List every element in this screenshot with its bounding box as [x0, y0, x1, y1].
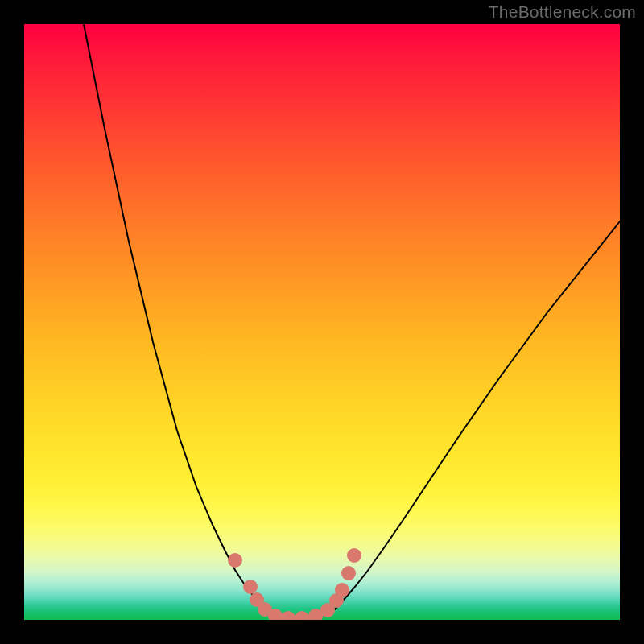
- dot: [341, 566, 356, 580]
- base-dots-group: [228, 548, 361, 620]
- curve-left-branch: [84, 24, 266, 609]
- dot: [295, 611, 309, 620]
- curve-right-branch: [335, 221, 620, 609]
- dot: [281, 611, 295, 620]
- dot: [243, 580, 258, 594]
- plot-area: [24, 24, 620, 620]
- dot: [335, 583, 349, 597]
- dot: [228, 553, 242, 568]
- chart-frame: TheBottleneck.com: [0, 0, 644, 644]
- dot: [347, 548, 361, 563]
- watermark-text: TheBottleneck.com: [489, 2, 636, 22]
- curve-svg: [24, 24, 620, 620]
